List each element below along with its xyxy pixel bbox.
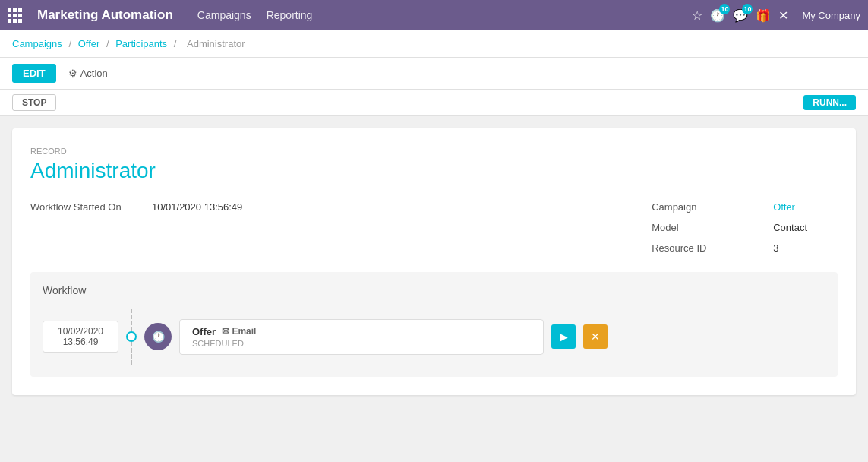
left-fields: Workflow Started On 10/01/2020 13:56:49 [30, 201, 242, 254]
campaign-value[interactable]: Offer [773, 201, 795, 213]
workflow-time-value: 13:56:49 [51, 337, 110, 347]
workflow-started-row: Workflow Started On 10/01/2020 13:56:49 [30, 201, 242, 213]
close-icon[interactable]: ✕ [778, 8, 788, 23]
breadcrumb: Campaigns / Offer / Participants / Admin… [0, 30, 868, 58]
breadcrumb-sep-3: / [174, 38, 177, 49]
breadcrumb-sep-2: / [106, 38, 109, 49]
cancel-button[interactable]: ✕ [583, 324, 608, 349]
resource-id-label: Resource ID [652, 242, 758, 254]
main-nav: Campaigns Reporting [197, 9, 313, 21]
workflow-started-value: 10/01/2020 13:56:49 [152, 201, 242, 213]
app-title: Marketing Automation [37, 8, 173, 23]
workflow-date-value: 10/02/2020 [51, 326, 110, 337]
campaign-row: Campaign Offer [652, 201, 807, 213]
workflow-section: Workflow 10/02/2020 13:56:49 🕐 [30, 272, 838, 377]
record-card: Record Administrator Workflow Started On… [12, 128, 856, 395]
navbar-icons: ☆ 🕐 10 💬 10 🎁 ✕ My Company [692, 8, 860, 23]
clock-icon[interactable]: 🕐 10 [710, 8, 725, 23]
record-label: Record [30, 147, 838, 156]
workflow-icon-box: 🕐 [144, 323, 172, 350]
grid-icon[interactable] [8, 8, 22, 23]
gear-icon: ⚙ [68, 68, 77, 79]
record-name: Administrator [30, 159, 838, 183]
gift-icon[interactable]: 🎁 [756, 8, 771, 23]
play-button[interactable]: ▶ [551, 324, 576, 349]
dashed-line-2 [131, 342, 132, 365]
breadcrumb-current: Administrator [187, 38, 245, 49]
breadcrumb-participants[interactable]: Participants [115, 38, 167, 49]
clock-badge: 10 [719, 4, 730, 14]
workflow-connector [126, 309, 137, 365]
action-label: Action [80, 68, 108, 79]
model-row: Model Contact [652, 222, 807, 233]
campaign-label: Campaign [652, 201, 758, 213]
record-fields: Workflow Started On 10/01/2020 13:56:49 … [30, 201, 838, 254]
breadcrumb-sep-1: / [68, 38, 71, 49]
toolbar: EDIT ⚙ Action [0, 58, 868, 90]
nav-campaigns[interactable]: Campaigns [197, 9, 251, 21]
dashed-line [131, 309, 132, 331]
chat-badge: 10 [742, 4, 753, 14]
breadcrumb-campaigns[interactable]: Campaigns [12, 38, 62, 49]
resource-id-value: 3 [773, 242, 778, 254]
workflow-card-title: Offer ✉ Email [192, 326, 531, 337]
workflow-started-label: Workflow Started On [30, 201, 137, 213]
action-button[interactable]: ⚙ Action [68, 68, 108, 79]
workflow-status: SCHEDULED [192, 339, 531, 348]
offer-label: Offer [192, 326, 216, 337]
edit-button[interactable]: EDIT [12, 64, 56, 83]
workflow-card: Offer ✉ Email SCHEDULED [179, 319, 544, 355]
workflow-dot [126, 331, 137, 342]
workflow-date: 10/02/2020 13:56:49 [43, 321, 118, 353]
chat-icon[interactable]: 💬 10 [733, 8, 748, 23]
model-label: Model [652, 222, 758, 233]
star-icon[interactable]: ☆ [692, 8, 702, 23]
company-name[interactable]: My Company [802, 10, 860, 21]
nav-reporting[interactable]: Reporting [267, 9, 313, 21]
running-button[interactable]: RUNN... [803, 95, 856, 110]
main-content: Record Administrator Workflow Started On… [0, 116, 868, 407]
workflow-title: Workflow [43, 284, 825, 296]
stop-button[interactable]: STOP [12, 94, 56, 111]
breadcrumb-offer[interactable]: Offer [78, 38, 100, 49]
right-fields: Campaign Offer Model Contact Resource ID… [652, 201, 807, 254]
email-icon: ✉ Email [222, 326, 256, 337]
workflow-row: 10/02/2020 13:56:49 🕐 Offer [43, 309, 825, 365]
statusbar: STOP RUNN... [0, 90, 868, 116]
resource-id-row: Resource ID 3 [652, 242, 807, 254]
model-value: Contact [773, 222, 807, 233]
workflow-clock-icon: 🕐 [152, 331, 165, 343]
navbar: Marketing Automation Campaigns Reporting… [0, 0, 868, 30]
